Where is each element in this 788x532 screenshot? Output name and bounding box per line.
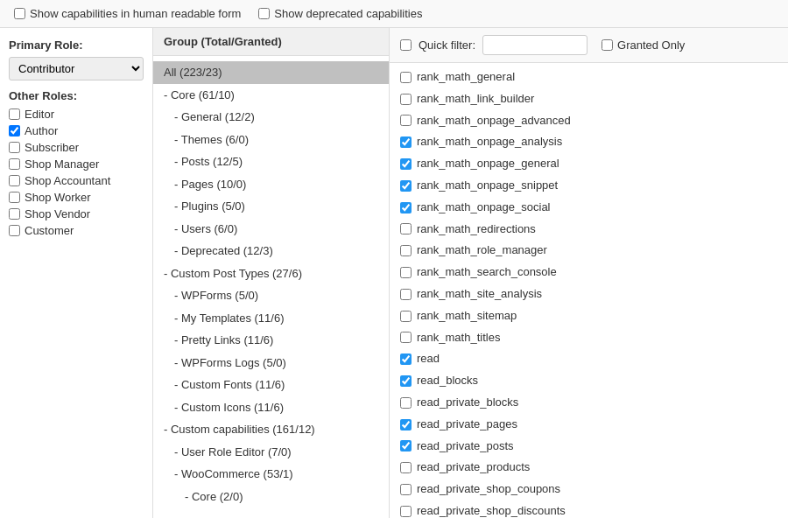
group-item[interactable]: - My Templates (11/6)	[153, 307, 389, 330]
group-item[interactable]: - Core (61/10)	[153, 84, 389, 107]
quick-filter-input[interactable]	[482, 35, 587, 55]
cap-checkbox[interactable]	[400, 72, 412, 83]
role-checkbox[interactable]	[9, 175, 20, 186]
cap-item[interactable]: read_private_shop_discounts	[390, 500, 788, 518]
cap-checkbox[interactable]	[400, 267, 412, 278]
role-checkbox[interactable]	[9, 158, 20, 170]
cap-item[interactable]: rank_math_sitemap	[390, 305, 788, 327]
cap-checkbox[interactable]	[400, 397, 412, 409]
cap-checkbox[interactable]	[400, 158, 412, 170]
cap-label: rank_math_link_builder	[417, 90, 534, 108]
group-item[interactable]: - Posts (12/5)	[153, 150, 389, 173]
group-item[interactable]: - Deprecated (12/3)	[153, 240, 389, 262]
cap-item[interactable]: rank_math_onpage_social	[390, 197, 788, 219]
cap-item[interactable]: ➔read_private_pages	[390, 414, 788, 436]
group-item[interactable]: - Pretty Links (11/6)	[153, 329, 389, 352]
group-item[interactable]: - WooCommerce (53/1)	[153, 463, 389, 486]
group-item[interactable]: All (223/23)	[153, 61, 389, 84]
cap-item[interactable]: read_private_blocks	[390, 392, 788, 414]
group-list: All (223/23)- Core (61/10)- General (12/…	[153, 56, 389, 513]
role-checkbox[interactable]	[9, 142, 20, 153]
cap-checkbox[interactable]	[400, 462, 412, 473]
group-item[interactable]: - Custom Post Types (27/6)	[153, 262, 389, 285]
cap-item[interactable]: rank_math_site_analysis	[390, 284, 788, 305]
role-checkbox[interactable]	[9, 225, 20, 236]
cap-checkbox[interactable]	[400, 136, 412, 148]
group-item[interactable]: - Plugins (5/0)	[153, 195, 389, 218]
role-checkbox[interactable]	[9, 208, 20, 220]
cap-checkbox[interactable]	[400, 484, 412, 495]
cap-item[interactable]: rank_math_general	[390, 66, 788, 88]
show-capabilities-checkbox[interactable]	[14, 8, 25, 19]
show-deprecated-checkbox[interactable]	[258, 8, 270, 19]
role-item[interactable]: Subscriber	[9, 141, 144, 154]
cap-label: rank_math_site_analysis	[417, 285, 542, 304]
cap-item[interactable]: read_private_products	[390, 457, 788, 479]
show-capabilities-label[interactable]: Show capabilities in human readable form	[14, 7, 241, 20]
cap-item[interactable]: read_private_posts	[390, 436, 788, 458]
cap-checkbox[interactable]	[400, 289, 412, 300]
cap-checkbox[interactable]	[400, 354, 412, 365]
cap-checkbox[interactable]	[400, 202, 412, 214]
cap-checkbox[interactable]	[400, 375, 412, 387]
cap-item[interactable]: rank_math_role_manager	[390, 240, 788, 262]
cap-checkbox[interactable]	[400, 94, 412, 105]
group-item[interactable]: - Custom Icons (11/6)	[153, 396, 389, 419]
cap-checkbox[interactable]	[400, 419, 412, 430]
show-deprecated-label[interactable]: Show deprecated capabilities	[258, 7, 422, 20]
group-item[interactable]: - WPForms (5/0)	[153, 284, 389, 307]
group-item[interactable]: - Custom capabilities (161/12)	[153, 418, 389, 441]
cap-item[interactable]: rank_math_onpage_analysis	[390, 131, 788, 153]
role-item[interactable]: Customer	[9, 224, 144, 237]
cap-checkbox[interactable]	[400, 223, 412, 234]
primary-role-label: Primary Role:	[9, 38, 144, 52]
group-item[interactable]: - Pages (10/0)	[153, 173, 389, 196]
granted-only-label[interactable]: Granted Only	[602, 38, 685, 52]
role-item[interactable]: Shop Vendor	[9, 207, 144, 220]
group-item[interactable]: - User Role Editor (7/0)	[153, 441, 389, 464]
cap-checkbox[interactable]	[400, 180, 412, 192]
cap-item[interactable]: read	[390, 348, 788, 370]
cap-item[interactable]: rank_math_onpage_general	[390, 153, 788, 175]
select-all-caps-checkbox[interactable]	[400, 39, 412, 51]
main-content: Primary Role: Contributor Administrator …	[0, 28, 788, 518]
cap-checkbox[interactable]	[400, 440, 412, 452]
role-item[interactable]: Shop Worker	[9, 191, 144, 204]
cap-label: read_private_posts	[417, 438, 514, 456]
role-item[interactable]: Editor	[9, 108, 144, 121]
group-item[interactable]: - Themes (6/0)	[153, 129, 389, 151]
cap-checkbox[interactable]	[400, 245, 412, 256]
group-item[interactable]: - General (12/2)	[153, 106, 389, 129]
group-item[interactable]: - Core (2/0)	[153, 486, 389, 508]
cap-item[interactable]: rank_math_link_builder	[390, 88, 788, 110]
cap-checkbox[interactable]	[400, 332, 412, 343]
role-label: Shop Vendor	[25, 207, 90, 220]
group-item[interactable]: - WPForms Logs (5/0)	[153, 352, 389, 374]
role-label: Editor	[25, 108, 54, 121]
role-item[interactable]: Shop Accountant	[9, 174, 144, 187]
group-item[interactable]: - Custom Fonts (11/6)	[153, 374, 389, 396]
cap-item[interactable]: rank_math_onpage_snippet	[390, 175, 788, 197]
role-item[interactable]: Shop Manager	[9, 158, 144, 171]
cap-label: read_private_blocks	[417, 394, 518, 412]
cap-item[interactable]: rank_math_titles	[390, 327, 788, 349]
cap-item[interactable]: read_private_shop_coupons	[390, 479, 788, 500]
role-checkbox[interactable]	[9, 108, 20, 120]
role-checkbox[interactable]	[9, 192, 20, 203]
group-item[interactable]: - Users (6/0)	[153, 218, 389, 241]
cap-item[interactable]: rank_math_redirections	[390, 219, 788, 241]
cap-label: rank_math_role_manager	[417, 242, 547, 260]
role-label: Shop Accountant	[25, 174, 110, 187]
cap-checkbox[interactable]	[400, 115, 412, 126]
cap-item[interactable]: rank_math_search_console	[390, 262, 788, 284]
role-label: Author	[25, 124, 58, 137]
granted-only-checkbox[interactable]	[602, 39, 613, 51]
cap-checkbox[interactable]	[400, 311, 412, 322]
role-item[interactable]: Author	[9, 124, 144, 137]
cap-checkbox[interactable]	[400, 506, 412, 517]
cap-item[interactable]: rank_math_onpage_advanced	[390, 110, 788, 132]
role-checkbox[interactable]	[9, 125, 20, 136]
cap-label: rank_math_sitemap	[417, 307, 517, 326]
primary-role-select[interactable]: Contributor Administrator Editor Author …	[9, 57, 144, 80]
cap-item[interactable]: read_blocks	[390, 370, 788, 392]
